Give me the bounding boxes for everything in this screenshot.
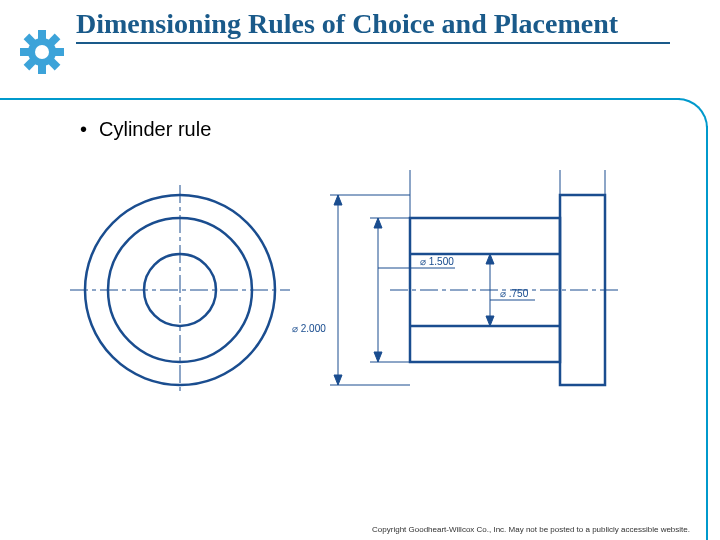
svg-marker-30	[374, 352, 382, 362]
svg-marker-34	[486, 316, 494, 326]
copyright-footer: Copyright Goodheart-Willcox Co., Inc. Ma…	[372, 525, 690, 534]
svg-rect-4	[54, 48, 64, 56]
svg-rect-3	[20, 48, 30, 56]
dim-middle: ⌀ 1.500	[420, 256, 454, 267]
dim-outer: ⌀ 2.000	[292, 323, 326, 334]
bullet-item: •Cylinder rule	[80, 118, 211, 141]
svg-marker-33	[486, 254, 494, 264]
dim-inner: ⌀ .750	[500, 288, 529, 299]
right-border	[706, 126, 708, 540]
svg-marker-27	[334, 375, 342, 385]
svg-rect-2	[38, 64, 46, 74]
divider-line	[0, 98, 680, 100]
svg-point-9	[35, 45, 49, 59]
svg-rect-1	[38, 30, 46, 40]
slide-title-block: Dimensioning Rules of Choice and Placeme…	[76, 8, 670, 44]
svg-marker-29	[374, 218, 382, 228]
bullet-text: Cylinder rule	[99, 118, 211, 140]
svg-marker-26	[334, 195, 342, 205]
bullet-dot: •	[80, 118, 87, 141]
cylinder-drawing: ⌀ 2.000 ⌀ 1.500 ⌀ .750	[60, 160, 660, 440]
slide-title: Dimensioning Rules of Choice and Placeme…	[76, 8, 670, 44]
gear-icon	[18, 28, 66, 76]
corner-curve	[678, 98, 708, 128]
